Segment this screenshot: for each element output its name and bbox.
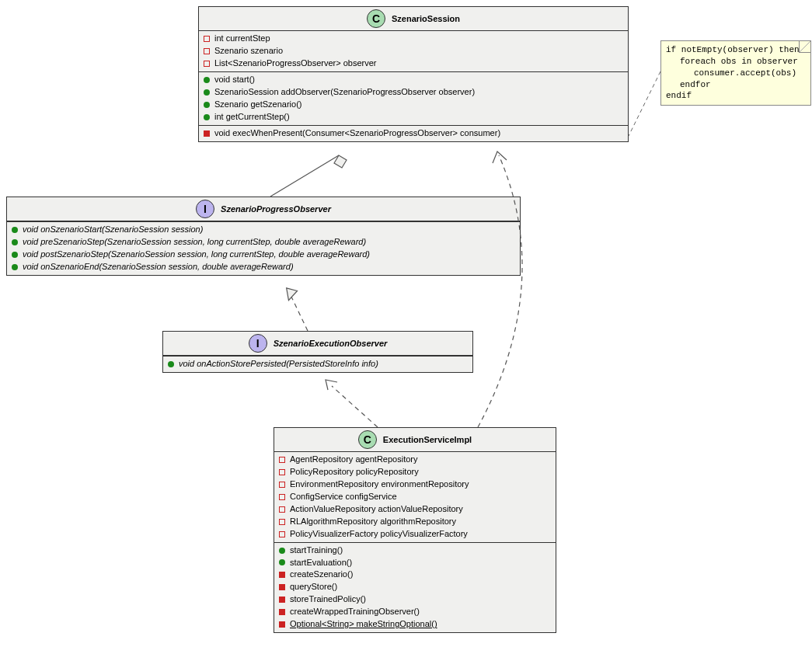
private-field-icon bbox=[279, 494, 285, 500]
note-fold-icon bbox=[799, 41, 810, 53]
class-title: SzenarioSession bbox=[392, 14, 460, 23]
private-field-icon bbox=[204, 61, 210, 67]
field: Szenario szenario bbox=[204, 45, 623, 57]
private-method-icon bbox=[204, 130, 210, 137]
private-field-icon bbox=[279, 457, 285, 463]
note-anchor-line bbox=[629, 71, 660, 136]
method: void postSzenarioStep(SzenarioSession se… bbox=[12, 249, 515, 261]
method: void onSzenarioStart(SzenarioSession ses… bbox=[12, 224, 515, 236]
method: SzenarioSession addObserver(SzenarioProg… bbox=[204, 86, 623, 99]
private-method-icon bbox=[279, 597, 285, 603]
private-method-icon bbox=[279, 621, 285, 628]
field: List<SzenarioProgressObserver> observer bbox=[204, 57, 623, 70]
realization-line bbox=[291, 295, 308, 331]
public-method-icon bbox=[12, 227, 18, 233]
private-field-icon bbox=[204, 48, 210, 54]
private-method-icon bbox=[279, 584, 285, 590]
class-executionserviceimpl: C ExecutionServiceImpl AgentRepository a… bbox=[274, 427, 556, 633]
class-szenariosession: C SzenarioSession int currentStep Szenar… bbox=[198, 6, 629, 142]
method: void execWhenPresent(Consumer<SzenarioPr… bbox=[204, 127, 623, 140]
note-line: endfor bbox=[666, 79, 806, 91]
realization-arrow-icon bbox=[287, 287, 299, 301]
public-method-icon bbox=[204, 77, 210, 83]
method: int getCurrentStep() bbox=[204, 111, 623, 123]
field: int currentStep bbox=[204, 33, 623, 45]
class-title: ExecutionServiceImpl bbox=[383, 435, 472, 444]
method: void onSzenarioEnd(SzenarioSession sessi… bbox=[12, 261, 515, 273]
class-title: SzenarioExecutionObserver bbox=[274, 339, 388, 348]
field: RLAlgorithmRepository algorithmRepositor… bbox=[279, 516, 551, 528]
field: PolicyRepository policyRepository bbox=[279, 466, 551, 478]
aggregation-diamond-icon bbox=[334, 155, 347, 168]
methods-section: void onSzenarioStart(SzenarioSession ses… bbox=[7, 222, 520, 275]
class-badge-icon: C bbox=[367, 9, 385, 28]
method: startEvaluation() bbox=[279, 557, 551, 569]
methods-section: startTraining() startEvaluation() create… bbox=[274, 543, 556, 633]
note-line: foreach obs in observer bbox=[666, 56, 806, 68]
method: void preSzenarioStep(SzenarioSession ses… bbox=[12, 236, 515, 249]
class-badge-icon: C bbox=[358, 430, 377, 449]
method: void start() bbox=[204, 74, 623, 86]
class-header: I SzenarioExecutionObserver bbox=[163, 332, 472, 356]
public-method-icon bbox=[204, 114, 210, 120]
method: storeTrainedPolicy() bbox=[279, 593, 551, 606]
field: AgentRepository agentRepository bbox=[279, 454, 551, 466]
interface-szenarioprogressobserver: I SzenarioProgressObserver void onSzenar… bbox=[6, 197, 521, 276]
public-method-icon bbox=[12, 264, 18, 270]
private-method-icon bbox=[279, 572, 285, 578]
methods-section: void start() SzenarioSession addObserver… bbox=[199, 72, 628, 125]
private-field-icon bbox=[279, 482, 285, 488]
fields-section: AgentRepository agentRepository PolicyRe… bbox=[274, 452, 556, 542]
uml-note: if notEmpty(observer) then foreach obs i… bbox=[660, 40, 811, 106]
field: ConfigService configService bbox=[279, 491, 551, 503]
method: Szenario getSzenario() bbox=[204, 99, 623, 111]
private-field-icon bbox=[279, 469, 285, 475]
private-field-icon bbox=[204, 36, 210, 42]
public-method-icon bbox=[279, 559, 285, 565]
interface-badge-icon: I bbox=[249, 334, 267, 353]
class-header: C SzenarioSession bbox=[199, 7, 628, 31]
method: void onActionStorePersisted(PersistedSto… bbox=[168, 358, 468, 370]
public-method-icon bbox=[204, 89, 210, 96]
field: PolicyVisualizerFactory policyVisualizer… bbox=[279, 528, 551, 541]
methods-private-section: void execWhenPresent(Consumer<SzenarioPr… bbox=[199, 126, 628, 141]
public-method-icon bbox=[204, 102, 210, 108]
class-header: C ExecutionServiceImpl bbox=[274, 428, 556, 452]
method: createWrappedTrainingObserver() bbox=[279, 606, 551, 618]
public-method-icon bbox=[12, 239, 18, 245]
private-field-icon bbox=[279, 531, 285, 537]
method: queryStore() bbox=[279, 581, 551, 593]
private-field-icon bbox=[279, 506, 285, 513]
method: createSzenario() bbox=[279, 569, 551, 581]
public-method-icon bbox=[168, 361, 174, 367]
note-line: if notEmpty(observer) then bbox=[666, 44, 806, 56]
method: startTraining() bbox=[279, 544, 551, 557]
note-line: endif bbox=[666, 90, 806, 102]
methods-section: void onActionStorePersisted(PersistedSto… bbox=[163, 357, 472, 372]
public-method-icon bbox=[279, 548, 285, 554]
uml-canvas: C SzenarioSession int currentStep Szenar… bbox=[0, 0, 812, 647]
class-title: SzenarioProgressObserver bbox=[221, 204, 331, 214]
interface-badge-icon: I bbox=[196, 200, 214, 218]
interface-szenarioexecutionobserver: I SzenarioExecutionObserver void onActio… bbox=[162, 331, 473, 373]
method: Optional<String> makeStringOptional() bbox=[279, 618, 551, 631]
aggregation-line bbox=[270, 155, 339, 197]
dependency-arrow-icon bbox=[493, 151, 507, 163]
public-method-icon bbox=[12, 252, 18, 258]
field: EnvironmentRepository environmentReposit… bbox=[279, 478, 551, 491]
dependency-arrow-icon bbox=[326, 380, 337, 390]
class-header: I SzenarioProgressObserver bbox=[7, 197, 520, 221]
note-line: consumer.accept(obs) bbox=[666, 68, 806, 79]
private-field-icon bbox=[279, 519, 285, 525]
fields-section: int currentStep Szenario szenario List<S… bbox=[199, 31, 628, 71]
private-method-icon bbox=[279, 609, 285, 615]
dependency-line bbox=[332, 386, 378, 427]
field: ActionValueRepository actionValueReposit… bbox=[279, 503, 551, 516]
